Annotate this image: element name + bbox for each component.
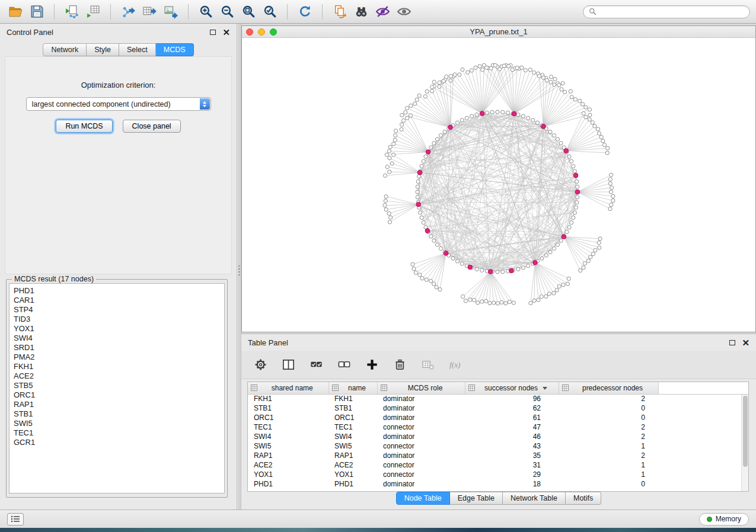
network-node[interactable] [419,211,422,214]
network-node[interactable] [572,216,575,219]
network-node[interactable] [601,139,605,143]
network-node[interactable] [460,262,464,265]
network-node[interactable] [384,174,387,177]
network-node[interactable] [413,102,417,105]
deselect-all-icon[interactable] [334,355,353,374]
import-table-file-icon[interactable] [84,2,103,21]
network-node[interactable] [485,66,489,69]
network-node[interactable] [475,267,479,271]
table-row[interactable]: ORC1ORC1dominator610 [248,413,748,422]
network-node[interactable] [584,105,588,109]
network-node[interactable] [610,173,613,177]
network-node[interactable] [584,116,588,119]
network-node[interactable] [400,123,404,126]
network-node[interactable] [548,250,552,254]
mcds-dominator-node[interactable] [416,202,421,207]
mcds-dominator-node[interactable] [573,173,578,178]
network-node[interactable] [552,246,556,250]
network-node[interactable] [388,170,391,174]
memory-button[interactable]: Memory [699,513,749,525]
network-node[interactable] [501,110,505,114]
network-node[interactable] [415,98,419,101]
network-node[interactable] [557,284,561,288]
network-node[interactable] [417,94,421,97]
mcds-dominator-node[interactable] [468,265,473,270]
mcds-dominator-node[interactable] [448,125,453,130]
network-node[interactable] [583,262,586,265]
network-node[interactable] [455,121,459,124]
network-node[interactable] [610,186,614,190]
network-node[interactable] [528,68,532,72]
network-node[interactable] [496,110,499,114]
network-node[interactable] [498,67,502,70]
network-node[interactable] [576,185,579,188]
network-node[interactable] [466,70,470,74]
delete-column-icon[interactable] [390,355,409,374]
float-panel-icon[interactable] [210,30,216,35]
network-node[interactable] [412,267,416,271]
network-node[interactable] [537,74,541,78]
table-row[interactable]: SWI5SWI5connector431 [248,441,748,451]
network-node[interactable] [445,75,448,78]
mcds-dominator-node[interactable] [417,171,422,175]
network-node[interactable] [418,273,422,277]
network-node[interactable] [488,302,492,305]
network-node[interactable] [602,143,606,147]
network-node[interactable] [608,182,612,185]
network-node[interactable] [535,121,539,124]
mcds-dominator-node[interactable] [564,149,569,153]
network-node[interactable] [540,295,543,299]
network-node[interactable] [556,137,559,141]
network-node[interactable] [496,302,499,305]
network-node[interactable] [548,130,552,133]
column-header-MCDS-role[interactable]: MCDS role [377,382,465,394]
network-node[interactable] [464,299,467,303]
network-node[interactable] [400,113,404,117]
network-node[interactable] [435,243,439,246]
mcds-result-item[interactable]: RAP1 [14,400,220,409]
network-node[interactable] [567,226,571,229]
network-node[interactable] [588,113,592,117]
network-node[interactable] [432,142,436,145]
network-node[interactable] [496,270,499,274]
mcds-result-item[interactable]: ACE2 [14,371,220,381]
network-node[interactable] [575,201,579,204]
network-node[interactable] [409,114,412,117]
table-row[interactable]: RAP1RAP1dominator352 [248,451,748,460]
network-node[interactable] [520,66,524,69]
network-node[interactable] [552,291,556,295]
network-node[interactable] [611,194,615,198]
zoom-selected-icon[interactable] [260,2,279,21]
network-node[interactable] [409,104,413,107]
network-node[interactable] [586,259,590,262]
network-node[interactable] [420,277,424,280]
mcds-result-item[interactable]: FKH1 [14,362,220,371]
network-node[interactable] [392,153,395,156]
network-node[interactable] [493,63,497,67]
network-node[interactable] [394,129,398,133]
zoom-out-icon[interactable] [218,2,237,21]
mcds-result-item[interactable]: TID3 [14,315,220,324]
network-node[interactable] [560,88,563,91]
network-node[interactable] [384,208,388,211]
network-node[interactable] [424,155,428,158]
network-node[interactable] [594,248,597,252]
network-node[interactable] [559,142,563,145]
network-node[interactable] [473,298,476,302]
export-image-icon[interactable] [161,2,180,21]
network-node[interactable] [432,239,436,242]
network-node[interactable] [540,257,544,260]
network-node[interactable] [430,85,434,89]
network-node[interactable] [591,252,595,256]
minimize-window-button[interactable] [258,28,265,36]
network-node[interactable] [610,203,613,207]
network-node[interactable] [553,78,557,81]
network-node[interactable] [461,68,464,71]
network-node[interactable] [573,169,576,173]
network-node[interactable] [596,127,599,131]
table-row[interactable]: TEC1TEC1connector472 [248,422,748,432]
network-node[interactable] [484,299,488,303]
network-node[interactable] [565,230,569,233]
network-node[interactable] [573,98,577,101]
network-node[interactable] [416,185,419,188]
